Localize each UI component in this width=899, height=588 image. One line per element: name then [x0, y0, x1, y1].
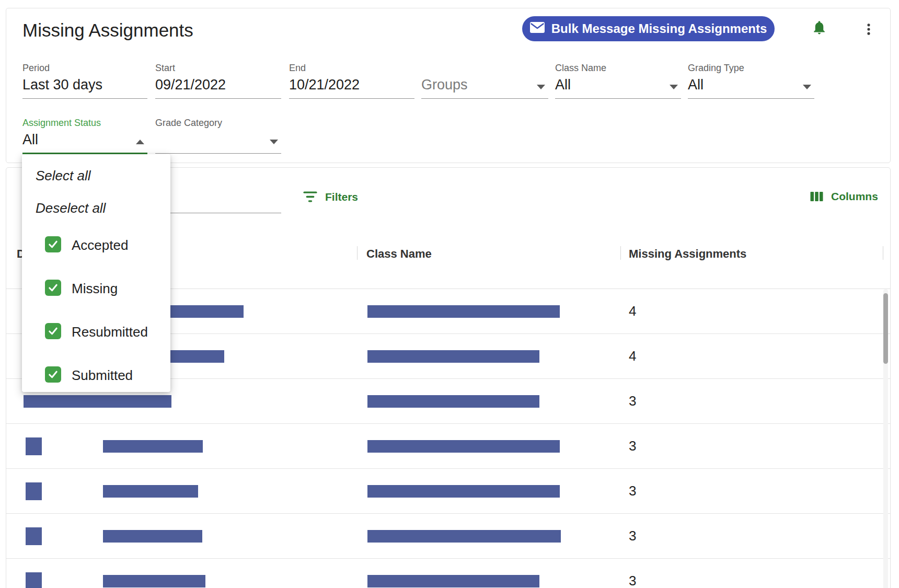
assignment-status-menu: Select all Deselect all AcceptedMissingR… [22, 154, 170, 392]
redacted-class-name [367, 350, 539, 363]
field-underline [421, 98, 548, 99]
column-separator [620, 246, 621, 260]
status-option-accepted[interactable]: Accepted [22, 236, 170, 254]
redacted-class-name [367, 485, 560, 498]
redacted-student-name [103, 575, 205, 587]
columns-button[interactable]: Columns [810, 190, 878, 203]
missing-count: 3 [629, 393, 636, 409]
end-label: End [289, 63, 306, 74]
redacted-avatar [26, 572, 42, 588]
field-underline [688, 98, 814, 99]
bulk-message-label: Bulk Message Missing Assignments [551, 21, 767, 36]
chevron-down-icon [670, 85, 678, 89]
grading-type-label: Grading Type [688, 63, 744, 74]
missing-count: 4 [629, 348, 636, 364]
status-option-submitted[interactable]: Submitted [22, 366, 170, 384]
assignment-status-label: Assignment Status [22, 118, 101, 129]
chevron-up-icon [136, 140, 144, 144]
checkbox-checked-icon[interactable] [45, 236, 61, 252]
redacted-student-name [24, 395, 171, 408]
redacted-student-name [103, 440, 203, 453]
column-header-class-name[interactable]: Class Name [366, 247, 432, 261]
redacted-student-name [103, 530, 202, 543]
redacted-avatar [26, 482, 42, 500]
filters-button[interactable]: Filters [303, 190, 358, 203]
start-label: Start [155, 63, 175, 74]
field-underline [155, 153, 281, 154]
scrollbar-thumb[interactable] [883, 293, 888, 364]
period-value: Last 30 days [22, 77, 102, 93]
checkbox-checked-icon[interactable] [45, 366, 61, 383]
status-option-label: Accepted [72, 237, 128, 253]
class-name-select[interactable]: Class Name All [555, 63, 681, 102]
redacted-avatar [26, 437, 42, 455]
missing-count: 3 [629, 438, 636, 454]
status-option-label: Submitted [72, 367, 133, 384]
status-option-resubmitted[interactable]: Resubmitted [22, 323, 170, 341]
status-option-label: Resubmitted [72, 324, 148, 340]
period-label: Period [22, 63, 50, 74]
page-title: Missing Assignments [22, 20, 193, 41]
checkbox-checked-icon[interactable] [45, 280, 61, 296]
grade-category-label: Grade Category [155, 118, 222, 129]
chevron-down-icon [270, 140, 278, 144]
assignment-status-value: All [22, 132, 38, 148]
groups-select[interactable]: Groups [421, 63, 548, 102]
field-underline [155, 98, 281, 99]
missing-count: 3 [629, 573, 636, 588]
redacted-avatar [26, 527, 42, 545]
redacted-class-name [367, 395, 539, 408]
field-underline [22, 98, 147, 99]
class-name-label: Class Name [555, 63, 606, 74]
end-value: 10/21/2022 [289, 77, 360, 93]
redacted-student-name [103, 485, 198, 498]
redacted-class-name [367, 530, 561, 543]
columns-icon [810, 190, 824, 203]
missing-count: 3 [629, 483, 636, 499]
missing-count: 3 [629, 528, 636, 544]
grading-type-value: All [688, 77, 704, 93]
checkbox-checked-icon[interactable] [45, 323, 61, 339]
deselect-all-option[interactable]: Deselect all [36, 200, 106, 216]
redacted-class-name [367, 305, 560, 318]
table-row[interactable]: 3 [6, 514, 890, 559]
grade-category-select[interactable]: Grade Category [155, 118, 281, 157]
redacted-class-name [367, 575, 539, 587]
select-all-option[interactable]: Select all [36, 168, 91, 184]
class-name-value: All [555, 77, 571, 93]
table-scrollbar[interactable] [883, 289, 888, 588]
table-row[interactable]: 3 [6, 424, 890, 469]
overflow-menu-icon[interactable] [861, 22, 876, 37]
start-value: 09/21/2022 [155, 77, 226, 93]
status-option-label: Missing [72, 281, 118, 297]
bulk-message-button[interactable]: Bulk Message Missing Assignments [522, 16, 775, 41]
field-underline [555, 98, 681, 99]
start-date-field[interactable]: Start 09/21/2022 [155, 63, 281, 102]
filters-card: Missing Assignments Bulk Message Missing… [6, 8, 891, 163]
columns-label: Columns [831, 190, 878, 203]
envelope-icon [530, 21, 545, 36]
column-separator [883, 246, 883, 260]
missing-count: 4 [629, 303, 636, 319]
column-header-missing-assignments[interactable]: Missing Assignments [629, 247, 746, 261]
notifications-bell-icon[interactable] [811, 19, 827, 36]
chevron-down-icon [537, 85, 545, 89]
redacted-class-name [367, 440, 560, 453]
column-separator [357, 246, 358, 260]
table-row[interactable]: 3 [6, 559, 890, 588]
end-date-field[interactable]: End 10/21/2022 [289, 63, 414, 102]
table-row[interactable]: 3 [6, 469, 890, 514]
field-underline [289, 98, 414, 99]
groups-placeholder: Groups [421, 77, 468, 93]
grading-type-select[interactable]: Grading Type All [688, 63, 814, 102]
assignment-status-select[interactable]: Assignment Status All [22, 118, 147, 157]
status-option-missing[interactable]: Missing [22, 280, 170, 297]
missing-assignments-page: Missing Assignments Bulk Message Missing… [0, 0, 899, 588]
filter-icon [303, 190, 318, 203]
filters-label: Filters [325, 191, 358, 203]
period-field[interactable]: Period Last 30 days [22, 63, 147, 102]
chevron-down-icon [803, 85, 811, 89]
